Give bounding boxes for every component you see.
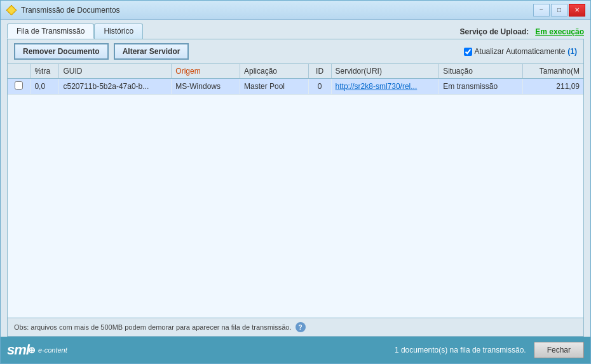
row-checkbox[interactable]: [15, 81, 23, 90]
content-area: Fila de Transmissão Histórico Serviço de…: [1, 20, 590, 363]
service-running-status: Em execução: [535, 27, 584, 36]
row-check[interactable]: [8, 79, 31, 95]
row-situacao: Em transmissão: [439, 79, 523, 95]
row-servidor: http://sr2k8-sml730/rel...: [331, 79, 439, 95]
window-title: Transmissão de Documentos: [21, 6, 120, 15]
logo: sml ⊕ e-content: [7, 342, 67, 358]
toolbar-left: Remover Documento Alterar Servidor: [14, 43, 189, 60]
header-tra: %tra: [31, 64, 59, 79]
header-check: [8, 64, 31, 79]
auto-update-checkbox[interactable]: [464, 48, 472, 56]
toolbar: Remover Documento Alterar Servidor Atual…: [8, 39, 583, 64]
row-id: 0: [308, 79, 331, 95]
change-server-button[interactable]: Alterar Servidor: [114, 43, 189, 60]
header-tamanho: Tamanho(M: [522, 64, 583, 79]
header-aplicacao: Aplicação: [240, 64, 308, 79]
footer-close-button[interactable]: Fechar: [534, 342, 584, 358]
logo-sml-text: sml: [7, 342, 29, 358]
maximize-button[interactable]: □: [551, 4, 567, 17]
header-servidor: Servidor(URI): [331, 64, 439, 79]
auto-update-label[interactable]: Atualizar Automaticamente (1): [464, 47, 577, 56]
footer-right: 1 documento(s) na fila de transmissão. F…: [395, 342, 584, 358]
close-button[interactable]: ✕: [569, 4, 585, 17]
title-bar-left: Transmissão de Documentos: [6, 4, 120, 16]
remove-document-button[interactable]: Remover Documento: [14, 43, 109, 60]
table-row[interactable]: 0,0 c520711b-5b2a-47a0-b... MS-Windows M…: [8, 79, 583, 95]
table-header-row: %tra GUID Origem Aplicação ID Servidor(U…: [8, 64, 583, 79]
bottom-info-text: Obs: arquivos com mais de 500MB podem de…: [14, 323, 292, 331]
row-tamanho: 211,09: [522, 79, 583, 95]
header-guid: GUID: [59, 64, 172, 79]
toolbar-right: Atualizar Automaticamente (1): [464, 47, 577, 56]
minimize-button[interactable]: −: [533, 4, 550, 17]
logo-econtent: e-content: [38, 346, 67, 354]
row-tra: 0,0: [31, 79, 59, 95]
logo-econtent-text: e-content: [38, 346, 67, 354]
window-controls: − □ ✕: [533, 4, 585, 17]
tab-historico[interactable]: Histórico: [94, 24, 143, 39]
auto-update-badge: (1): [567, 47, 577, 56]
footer: sml ⊕ e-content 1 documento(s) na fila d…: [1, 337, 590, 363]
header-situacao: Situação: [439, 64, 523, 79]
app-icon: [6, 4, 17, 16]
transmission-table: %tra GUID Origem Aplicação ID Servidor(U…: [8, 64, 583, 95]
row-origem: MS-Windows: [172, 79, 240, 95]
footer-status-text: 1 documento(s) na fila de transmissão.: [395, 346, 526, 354]
row-guid: c520711b-5b2a-47a0-b...: [59, 79, 172, 95]
title-bar: Transmissão de Documentos − □ ✕: [1, 1, 590, 20]
header-id: ID: [308, 64, 331, 79]
row-aplicacao: Master Pool: [240, 79, 308, 95]
logo-plus-icon: ⊕: [28, 345, 36, 355]
main-panel: Remover Documento Alterar Servidor Atual…: [7, 39, 584, 318]
service-label: Serviço de Upload:: [460, 27, 529, 36]
table-container[interactable]: %tra GUID Origem Aplicação ID Servidor(U…: [8, 64, 583, 318]
tabs: Fila de Transmissão Histórico: [7, 24, 143, 39]
tab-fila[interactable]: Fila de Transmissão: [7, 24, 94, 39]
main-window: Transmissão de Documentos − □ ✕ Fila de …: [0, 0, 591, 364]
service-status: Serviço de Upload: Em execução: [460, 27, 584, 39]
bottom-info: Obs: arquivos com mais de 500MB podem de…: [7, 318, 584, 337]
info-icon[interactable]: ?: [296, 322, 306, 332]
header-origem: Origem: [172, 64, 240, 79]
top-bar: Fila de Transmissão Histórico Serviço de…: [1, 20, 590, 39]
